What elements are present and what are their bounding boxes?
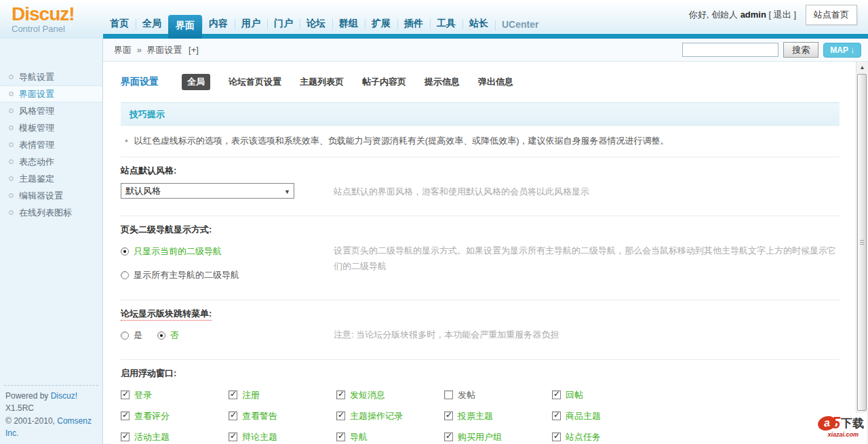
checkbox-login[interactable]: 登录	[121, 389, 229, 401]
sidebar-item-thread-identify[interactable]: 主题鉴定	[0, 170, 102, 187]
nav-item-extend[interactable]: 扩展	[365, 14, 397, 34]
sidebar-footer: Powered by Discuz! X1.5RC © 2001-2010, C…	[4, 385, 98, 440]
section-control: 只显示当前的二级导航 显示所有主导航的二级导航	[121, 242, 334, 284]
circle-bullet-icon	[9, 108, 14, 113]
section-control: 是 否	[121, 326, 334, 344]
tab-forum-index[interactable]: 论坛首页设置	[229, 76, 281, 88]
sidebar-item-editor-settings[interactable]: 编辑器设置	[0, 187, 102, 204]
checkbox-debate-thread[interactable]: 辩论主题	[229, 431, 336, 443]
search-button[interactable]: 搜索	[783, 42, 818, 58]
sidebar-item-nav-settings[interactable]: 导航设置	[0, 68, 102, 85]
tab-thread-list[interactable]: 主题列表页	[300, 76, 344, 88]
breadcrumb: 界面 » 界面设置 [+]	[114, 44, 199, 56]
checkbox-icon[interactable]	[552, 432, 561, 441]
checkbox-activity-thread[interactable]: 活动主题	[121, 431, 229, 443]
sidebar: 导航设置 界面设置 风格管理 模板管理 表情管理 表态动作 主题鉴定 编辑器设置…	[0, 39, 103, 444]
scrollbar-thumb[interactable]	[857, 74, 867, 411]
select-value: 默认风格	[125, 185, 161, 197]
checkbox-label: 回帖	[566, 389, 583, 401]
checkbox-label: 商品主题	[566, 410, 601, 422]
nav-item-plugin[interactable]: 插件	[397, 14, 430, 34]
radio-option-yes[interactable]: 是	[121, 329, 142, 342]
checkbox-poll-thread[interactable]: 投票主题	[444, 410, 552, 422]
checkbox-goods-thread[interactable]: 商品主题	[552, 410, 660, 422]
checkbox-icon[interactable]	[336, 390, 345, 399]
breadcrumb-expand-link[interactable]: [+]	[189, 45, 199, 55]
checkbox-send-pm[interactable]: 发短消息	[336, 389, 444, 401]
sidebar-item-interface-settings[interactable]: 界面设置	[0, 85, 102, 102]
checkbox-reply[interactable]: 回帖	[552, 389, 660, 401]
checkbox-view-rate[interactable]: 查看评分	[121, 410, 229, 422]
checkbox-navigation[interactable]: 导航	[336, 431, 444, 443]
checkbox-view-warning[interactable]: 查看警告	[229, 410, 336, 422]
radio-option-no[interactable]: 否	[157, 329, 179, 342]
checkbox-new-post[interactable]: 发帖	[444, 389, 552, 401]
nav-item-webmaster[interactable]: 站长	[462, 14, 495, 34]
checkbox-label: 投票主题	[458, 410, 493, 422]
nav-item-global[interactable]: 全局	[136, 14, 168, 34]
scroll-up-arrow-icon[interactable]	[856, 62, 868, 73]
breadcrumb-interface-settings[interactable]: 界面设置	[146, 45, 182, 55]
checkbox-register[interactable]: 注册	[229, 389, 336, 401]
nav-item-home[interactable]: 首页	[103, 14, 136, 34]
tips-header: 技巧提示	[121, 102, 840, 126]
checkbox-icon[interactable]	[444, 432, 453, 441]
radio-icon[interactable]	[157, 331, 165, 340]
checkbox-icon[interactable]	[444, 390, 453, 399]
nav-item-content[interactable]: 内容	[202, 14, 235, 34]
checkbox-icon[interactable]	[552, 411, 561, 420]
checkbox-icon[interactable]	[121, 432, 130, 441]
nav-item-tools[interactable]: 工具	[430, 14, 462, 34]
section-default-style: 站点默认风格: 默认风格 站点默认的界面风格，游客和使用默认风格的会员将以此风格…	[121, 157, 840, 207]
watermark-text: 下载	[841, 416, 864, 431]
radio-icon[interactable]	[121, 247, 129, 256]
nav-item-forum[interactable]: 论坛	[300, 14, 332, 34]
checkbox-icon[interactable]	[336, 432, 345, 441]
sidebar-item-style-manage[interactable]: 风格管理	[0, 102, 102, 119]
map-button[interactable]: MAP↓	[823, 43, 861, 58]
powered-suffix: X1.5RC	[5, 403, 34, 413]
nav-item-interface[interactable]: 界面	[168, 15, 202, 39]
tab-prompt-message[interactable]: 提示信息	[425, 76, 460, 88]
checkbox-thread-log[interactable]: 主题操作记录	[336, 410, 444, 422]
tab-global[interactable]: 全局	[182, 74, 210, 90]
chevron-down-icon	[284, 186, 290, 196]
search-input[interactable]	[682, 43, 778, 57]
checkbox-site-task[interactable]: 站点任务	[552, 431, 660, 443]
checkbox-icon[interactable]	[229, 390, 237, 399]
nav-item-user[interactable]: 用户	[235, 14, 267, 34]
discuz-link[interactable]: Discuz!	[51, 391, 77, 401]
tab-post-content[interactable]: 帖子内容页	[362, 76, 406, 88]
checkbox-icon[interactable]	[229, 411, 237, 420]
checkbox-icon[interactable]	[336, 411, 345, 420]
radio-label: 只显示当前的二级导航	[134, 245, 222, 258]
checkbox-icon[interactable]	[229, 432, 237, 441]
logout-link[interactable]: [ 退出 ]	[769, 9, 796, 20]
nav-item-portal[interactable]: 门户	[267, 14, 300, 34]
section-body: 默认风格 站点默认的界面风格，游客和使用默认风格的会员将以此风格显示	[121, 183, 840, 207]
checkbox-icon[interactable]	[121, 411, 130, 420]
radio-option-current-subnav[interactable]: 只显示当前的二级导航	[121, 245, 334, 258]
sidebar-item-smiley-manage[interactable]: 表情管理	[0, 136, 102, 153]
circle-bullet-icon	[9, 176, 14, 181]
sidebar-item-online-list-icon[interactable]: 在线列表图标	[0, 204, 102, 221]
nav-item-ucenter[interactable]: UCenter	[495, 16, 545, 34]
sidebar-item-template-manage[interactable]: 模板管理	[0, 119, 102, 136]
a5-download-watermark: a 5 下载 xiazai.com	[796, 413, 867, 444]
checkbox-icon[interactable]	[444, 411, 453, 420]
default-style-select[interactable]: 默认风格	[121, 183, 294, 199]
sidebar-item-mood-action[interactable]: 表态动作	[0, 153, 102, 170]
radio-icon[interactable]	[121, 331, 129, 340]
nav-item-group[interactable]: 群组	[332, 14, 365, 34]
checkbox-icon[interactable]	[552, 390, 561, 399]
checkbox-icon[interactable]	[121, 390, 130, 399]
checkbox-buy-usergroup[interactable]: 购买用户组	[444, 431, 552, 443]
radio-icon[interactable]	[121, 271, 129, 279]
breadcrumb-interface[interactable]: 界面	[114, 45, 132, 55]
radio-option-all-subnav[interactable]: 显示所有主导航的二级导航	[121, 269, 334, 281]
checkbox-label: 发帖	[458, 389, 475, 401]
circle-bullet-icon	[9, 159, 14, 164]
tab-popup-message[interactable]: 弹出信息	[478, 76, 513, 88]
site-home-button[interactable]: 站点首页	[806, 5, 857, 25]
section-subnav-display: 页头二级导航显示方式: 只显示当前的二级导航 显示所有主导航的二级导航	[121, 216, 840, 291]
